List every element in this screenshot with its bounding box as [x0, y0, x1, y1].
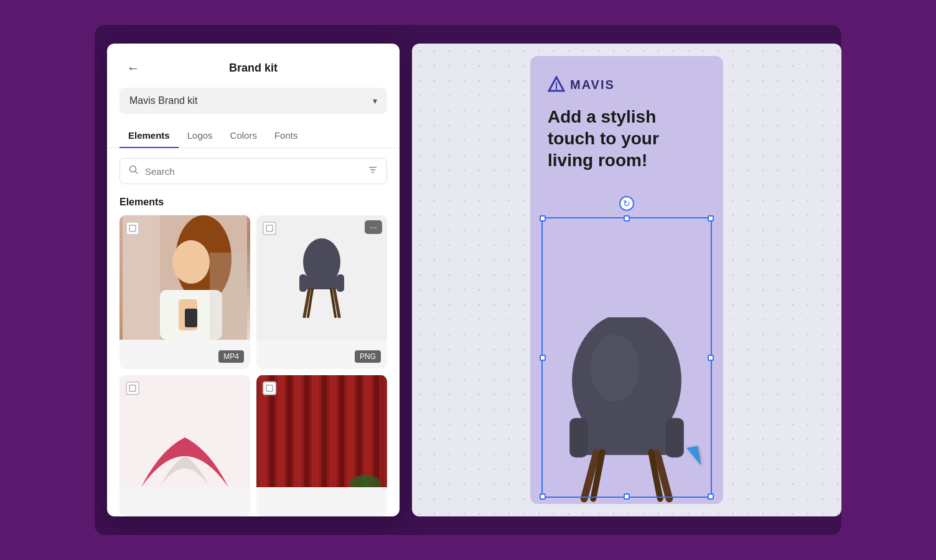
- svg-line-1: [136, 172, 138, 174]
- element-card-pink-shape[interactable]: [119, 375, 250, 516]
- search-icon: [129, 165, 139, 177]
- svg-rect-39: [374, 375, 379, 487]
- selection-handle-bl[interactable]: [540, 493, 546, 500]
- svg-rect-24: [129, 385, 136, 391]
- card-checkbox[interactable]: [263, 222, 276, 235]
- filter-icon[interactable]: [368, 165, 378, 177]
- svg-rect-15: [304, 276, 339, 289]
- svg-rect-10: [185, 309, 197, 327]
- card-image: [119, 215, 250, 340]
- svg-rect-28: [277, 375, 284, 487]
- svg-rect-13: [129, 225, 136, 231]
- canvas-background[interactable]: MAVIS Add a stylish touch to your living…: [412, 44, 841, 516]
- ad-logo-row: MAVIS: [548, 76, 706, 93]
- svg-rect-43: [266, 385, 273, 391]
- svg-rect-32: [312, 375, 319, 487]
- search-input[interactable]: [145, 166, 362, 177]
- tab-elements[interactable]: Elements: [119, 124, 179, 148]
- card-checkbox[interactable]: [126, 222, 139, 235]
- selection-handle-mr[interactable]: [708, 355, 714, 361]
- svg-rect-22: [266, 225, 273, 231]
- brand-kit-selector[interactable]: Mavis Brand kit ▾: [119, 88, 387, 114]
- brand-kit-value: Mavis Brand kit: [129, 95, 197, 106]
- svg-rect-38: [364, 375, 372, 487]
- svg-rect-21: [337, 274, 344, 292]
- card-checkbox[interactable]: [126, 381, 139, 395]
- svg-rect-47: [578, 422, 675, 455]
- card-badge-png: PNG: [355, 350, 381, 363]
- ad-chair-image: [548, 317, 706, 504]
- svg-rect-48: [569, 418, 587, 458]
- ad-headline: Add a stylish touch to your living room!: [548, 106, 706, 171]
- element-card-red-texture[interactable]: [256, 375, 387, 516]
- panel-header: ← Brand kit: [107, 44, 400, 88]
- svg-rect-34: [329, 375, 337, 487]
- elements-grid: MP4: [107, 215, 400, 516]
- selection-handle-tl[interactable]: [540, 215, 546, 222]
- ad-chair-area: ↻: [548, 186, 706, 504]
- selection-handle-ml[interactable]: [540, 355, 546, 361]
- mavis-logo-icon: [548, 76, 565, 93]
- svg-rect-49: [666, 418, 684, 458]
- svg-rect-31: [304, 375, 309, 487]
- svg-rect-33: [322, 375, 327, 487]
- panel-title: Brand kit: [229, 62, 278, 75]
- svg-rect-20: [299, 274, 307, 292]
- elements-section-label: Elements: [107, 197, 400, 215]
- tab-colors[interactable]: Colors: [222, 124, 266, 148]
- selection-handle-br[interactable]: [708, 493, 714, 500]
- svg-point-54: [590, 335, 639, 401]
- card-checkbox[interactable]: [263, 381, 276, 395]
- svg-rect-30: [294, 375, 302, 487]
- app-container: ← Brand kit Mavis Brand kit ▾ Elements L…: [95, 25, 841, 535]
- element-card-chair[interactable]: ··· PNG: [256, 215, 387, 369]
- svg-rect-29: [287, 375, 292, 487]
- selection-handle-tm[interactable]: [624, 215, 630, 222]
- tab-fonts[interactable]: Fonts: [266, 124, 307, 148]
- back-button[interactable]: ←: [122, 58, 144, 78]
- svg-rect-23: [123, 375, 247, 487]
- svg-point-7: [172, 240, 210, 284]
- ad-card: MAVIS Add a stylish touch to your living…: [530, 56, 723, 504]
- tab-logos[interactable]: Logos: [179, 124, 222, 148]
- svg-rect-35: [339, 375, 344, 487]
- left-panel: ← Brand kit Mavis Brand kit ▾ Elements L…: [107, 44, 400, 516]
- card-more-button[interactable]: ···: [365, 220, 382, 234]
- svg-rect-12: [210, 253, 247, 340]
- chevron-down-icon: ▾: [373, 96, 377, 106]
- element-card-woman[interactable]: MP4: [119, 215, 250, 369]
- right-panel: MAVIS Add a stylish touch to your living…: [412, 44, 841, 516]
- svg-rect-36: [347, 375, 354, 487]
- search-bar: [119, 158, 387, 184]
- tabs-row: Elements Logos Colors Fonts: [107, 124, 400, 148]
- card-image: [256, 215, 387, 340]
- svg-rect-37: [357, 375, 362, 487]
- rotate-handle[interactable]: ↻: [619, 196, 634, 211]
- ad-logo-text: MAVIS: [570, 78, 615, 92]
- card-badge-mp4: MP4: [218, 350, 244, 363]
- selection-handle-tr[interactable]: [708, 215, 714, 222]
